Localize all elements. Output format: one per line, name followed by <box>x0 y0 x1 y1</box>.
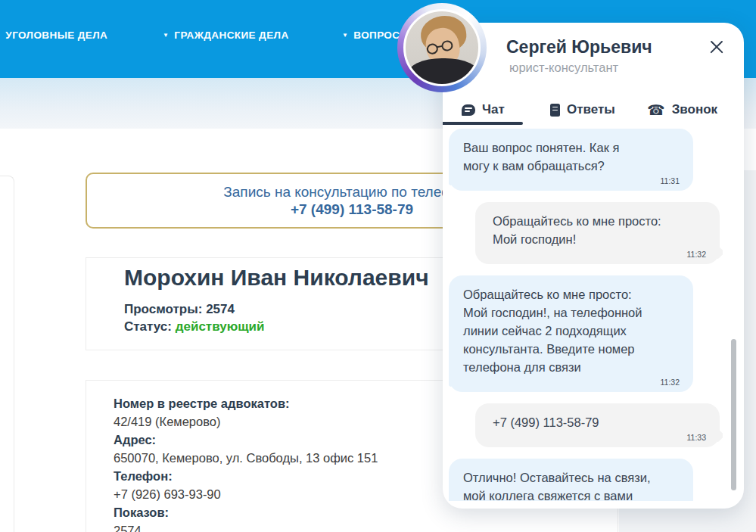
incoming-message: Отлично! Оставайтесь на связи, мой колле… <box>449 459 693 501</box>
tab-chat-label: Чат <box>482 102 505 117</box>
tab-chat[interactable]: Чат <box>462 98 505 121</box>
message-time: 11:31 <box>463 176 681 185</box>
impressions-value: 2574 <box>114 521 618 532</box>
nav-item-criminal-cases[interactable]: ▼УГОЛОВНЫЕ ДЕЛА <box>0 30 107 41</box>
message-time: 11:32 <box>493 250 708 259</box>
document-icon <box>550 104 560 117</box>
views-value: 2574 <box>206 302 235 316</box>
consultation-text: Запись на консультацию по телефону: <box>223 183 480 201</box>
avatar-sweater <box>407 58 480 86</box>
tab-answers-label: Ответы <box>567 102 615 117</box>
consultant-role: юрист-консультант <box>509 61 618 75</box>
nav-item-label: ВОПРОС <box>353 30 400 41</box>
message-time: 11:33 <box>493 433 708 442</box>
status-badge: действующий <box>176 319 265 334</box>
message-text: Отлично! Оставайтесь на связи, мой колле… <box>463 468 681 501</box>
telephone-icon: ☎ <box>647 103 665 117</box>
chevron-down-icon: ▼ <box>342 32 348 39</box>
message-text: Ваш вопрос понятен. Как я могу к вам обр… <box>463 138 681 175</box>
consultant-photo <box>403 9 481 86</box>
incoming-message: Ваш вопрос понятен. Как я могу к вам обр… <box>449 129 693 191</box>
close-icon[interactable] <box>708 38 726 56</box>
chevron-down-icon: ▼ <box>163 32 169 39</box>
chat-widget-panel: Сергей Юрьевич юрист-консультант Чат Отв… <box>443 23 744 509</box>
outgoing-message: Обращайтесь ко мне просто: Мой господин!… <box>475 202 720 264</box>
nav-item-civil-cases[interactable]: ▼ГРАЖДАНСКИЕ ДЕЛА <box>163 30 289 41</box>
active-tab-underline <box>443 122 523 125</box>
consultation-phone-number[interactable]: +7 (499) 113-58-79 <box>291 201 413 218</box>
chat-messages-area: Ваш вопрос понятен. Как я могу к вам обр… <box>449 129 723 501</box>
tab-answers[interactable]: Ответы <box>550 98 615 121</box>
message-text: Обращайтесь ко мне просто: Мой господин! <box>493 212 708 248</box>
chat-scrollbar-thumb[interactable] <box>731 339 736 490</box>
message-time: 11:32 <box>463 378 681 387</box>
nav-item-questions[interactable]: ▼ВОПРОС <box>342 30 400 41</box>
views-label: Просмотры: <box>124 302 202 316</box>
consultant-avatar <box>397 3 487 92</box>
chat-bubble-icon <box>462 104 475 116</box>
message-text: +7 (499) 113-58-79 <box>493 413 708 431</box>
tab-call-label: Звонок <box>672 102 717 117</box>
status-label: Статус: <box>124 319 172 334</box>
nav-item-label: ГРАЖДАНСКИЕ ДЕЛА <box>174 30 288 41</box>
outgoing-message: +7 (499) 113-58-79 11:33 <box>475 403 720 447</box>
nav-item-label: УГОЛОВНЫЕ ДЕЛА <box>5 30 107 41</box>
left-edge-card <box>0 176 14 532</box>
tab-call[interactable]: ☎ Звонок <box>647 98 717 121</box>
consultant-name: Сергей Юрьевич <box>506 37 652 58</box>
incoming-message: Обращайтесь ко мне просто: Мой господин!… <box>449 275 693 392</box>
message-text: Обращайтесь ко мне просто: Мой господин!… <box>463 285 681 376</box>
